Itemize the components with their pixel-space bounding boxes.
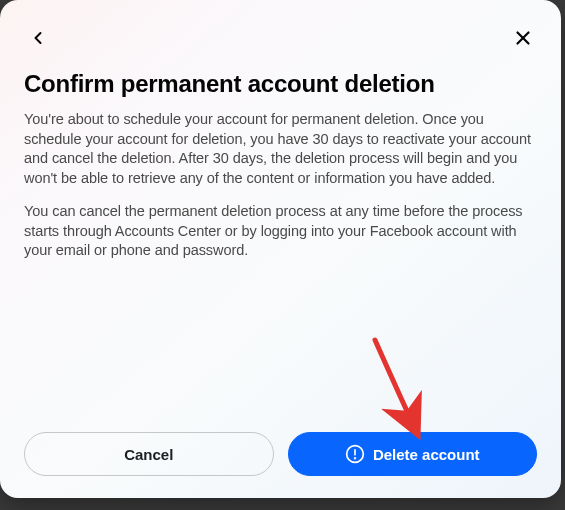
spacer <box>24 275 537 424</box>
dialog-body: You're about to schedule your account fo… <box>24 110 537 275</box>
dialog-title: Confirm permanent account deletion <box>24 70 537 98</box>
warning-paragraph-2: You can cancel the permanent deletion pr… <box>24 202 537 261</box>
alert-circle-icon <box>345 444 365 464</box>
confirm-deletion-dialog: Confirm permanent account deletion You'r… <box>0 0 561 498</box>
delete-button-label: Delete account <box>373 446 480 463</box>
close-button[interactable] <box>509 24 537 52</box>
dialog-header <box>24 24 537 52</box>
close-icon <box>512 27 534 49</box>
svg-point-4 <box>354 458 355 459</box>
dialog-actions: Cancel Delete account <box>24 432 537 476</box>
back-button[interactable] <box>24 24 52 52</box>
cancel-button-label: Cancel <box>124 446 173 463</box>
chevron-left-icon <box>28 28 48 48</box>
cancel-button[interactable]: Cancel <box>24 432 274 476</box>
warning-paragraph-1: You're about to schedule your account fo… <box>24 110 537 188</box>
delete-account-button[interactable]: Delete account <box>288 432 538 476</box>
